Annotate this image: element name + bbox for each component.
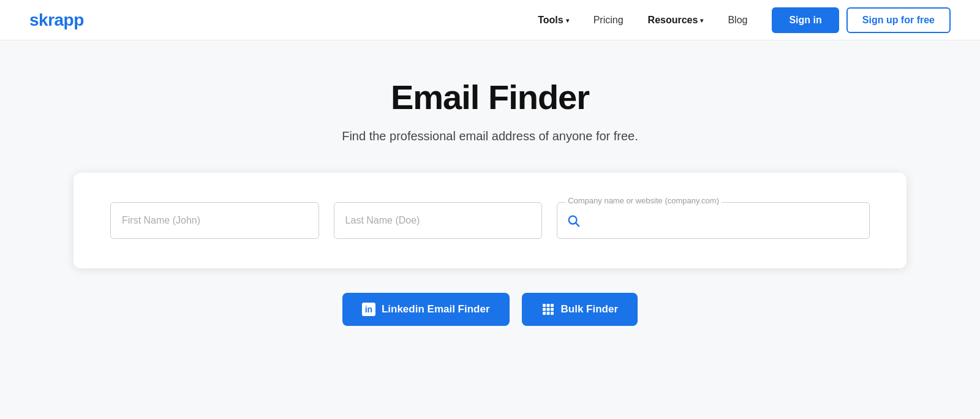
- bulk-icon: [541, 303, 555, 316]
- nav-blog-label: Blog: [728, 15, 747, 26]
- svg-rect-9: [546, 312, 549, 315]
- bottom-buttons: in Linkedin Email Finder Bulk Finder: [342, 293, 638, 326]
- main-nav: Tools ▾ Pricing Resources ▾ Blog Sign in…: [528, 7, 951, 33]
- company-field-label: Company name or website (company.com): [565, 196, 722, 205]
- signup-button[interactable]: Sign up for free: [846, 7, 951, 33]
- header: skrapp Tools ▾ Pricing Resources ▾ Blog …: [0, 0, 980, 40]
- linkedin-finder-button[interactable]: in Linkedin Email Finder: [342, 293, 510, 326]
- nav-pricing[interactable]: Pricing: [584, 10, 633, 31]
- first-name-field: [110, 202, 319, 239]
- nav-tools[interactable]: Tools ▾: [528, 10, 578, 31]
- nav-buttons: Sign in Sign up for free: [772, 7, 951, 33]
- svg-rect-7: [551, 308, 554, 311]
- bulk-finder-label: Bulk Finder: [561, 303, 619, 315]
- svg-rect-5: [543, 308, 546, 311]
- page-subtitle: Find the professional email address of a…: [342, 129, 638, 143]
- chevron-down-icon: ▾: [566, 17, 569, 24]
- page-title: Email Finder: [391, 77, 589, 117]
- chevron-down-icon-resources: ▾: [700, 17, 703, 24]
- svg-rect-2: [543, 304, 546, 307]
- svg-rect-3: [546, 304, 549, 307]
- nav-blog[interactable]: Blog: [718, 10, 757, 31]
- signin-button[interactable]: Sign in: [772, 7, 839, 33]
- company-field: Company name or website (company.com): [557, 202, 870, 239]
- svg-line-1: [576, 223, 579, 226]
- last-name-input[interactable]: [334, 202, 543, 239]
- last-name-field: [334, 202, 543, 239]
- search-icon: [567, 214, 580, 227]
- logo[interactable]: skrapp: [29, 10, 84, 30]
- linkedin-finder-label: Linkedin Email Finder: [382, 303, 490, 315]
- svg-rect-10: [551, 312, 554, 315]
- nav-pricing-label: Pricing: [594, 15, 624, 26]
- nav-resources-label: Resources: [648, 15, 698, 26]
- main-content: Email Finder Find the professional email…: [0, 40, 980, 326]
- search-card: Company name or website (company.com): [74, 173, 907, 268]
- bulk-finder-button[interactable]: Bulk Finder: [522, 293, 638, 326]
- first-name-input[interactable]: [110, 202, 319, 239]
- svg-rect-6: [546, 308, 549, 311]
- svg-rect-4: [551, 304, 554, 307]
- company-input[interactable]: [557, 202, 870, 239]
- nav-tools-label: Tools: [538, 15, 563, 26]
- svg-rect-8: [543, 312, 546, 315]
- nav-resources[interactable]: Resources ▾: [638, 10, 714, 31]
- linkedin-icon: in: [362, 303, 375, 316]
